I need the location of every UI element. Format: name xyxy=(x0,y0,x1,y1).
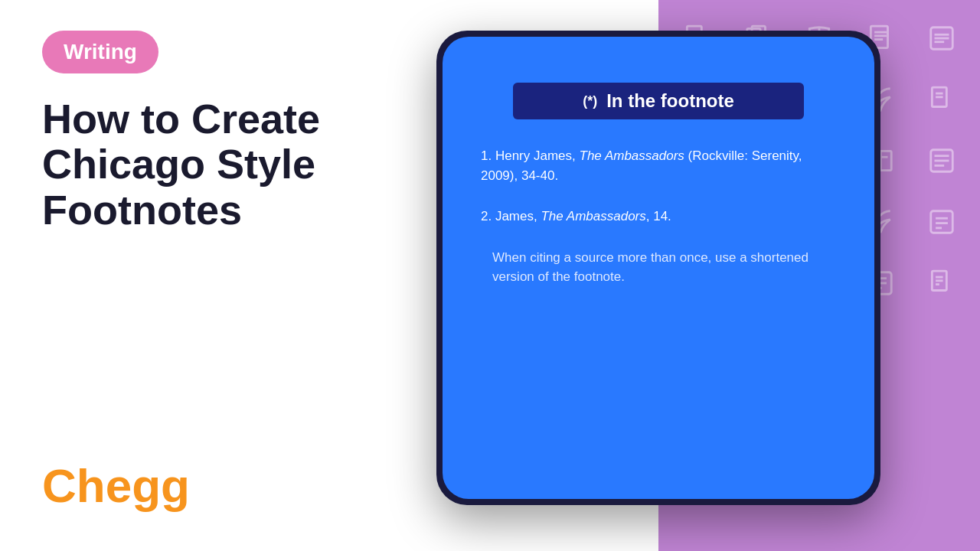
item2-number: 2. xyxy=(481,209,495,223)
chegg-logo-text: Chegg xyxy=(42,459,190,512)
doc6-icon xyxy=(923,264,961,302)
chegg-logo: Chegg xyxy=(42,458,406,513)
footnote-item-1: 1. Henry James, The Ambassadors (Rockvil… xyxy=(481,146,836,185)
writing-badge: Writing xyxy=(42,31,158,73)
asterisk-symbol: (*) xyxy=(583,93,597,109)
title-line3: Footnotes xyxy=(42,187,242,233)
tablet-outer: (*) In the footnote 1. Henry James, The … xyxy=(436,31,880,505)
left-panel: Writing How to Create Chicago Style Foot… xyxy=(0,0,444,551)
footnote-note: When citing a source more than once, use… xyxy=(481,248,836,287)
footnote-header: (*) In the footnote xyxy=(513,83,804,119)
item1-italic: The Ambassadors xyxy=(580,148,684,163)
writing-badge-text: Writing xyxy=(64,40,137,64)
footnote-content: 1. Henry James, The Ambassadors (Rockvil… xyxy=(481,146,836,287)
top-section: Writing How to Create Chicago Style Foot… xyxy=(42,31,406,233)
footnote-item-2: 2. James, The Ambassadors, 14. xyxy=(481,207,836,227)
title-line2: Chicago Style xyxy=(42,141,315,187)
lines2-icon xyxy=(923,142,961,180)
list2-icon xyxy=(923,203,961,241)
title-line1: How to Create xyxy=(42,96,320,142)
svg-rect-53 xyxy=(931,211,953,233)
tablet-wrapper: (*) In the footnote 1. Henry James, The … xyxy=(436,31,911,520)
tablet-inner: (*) In the footnote 1. Henry James, The … xyxy=(443,37,874,499)
footnote-header-label: In the footnote xyxy=(606,90,734,112)
main-title: How to Create Chicago Style Footnotes xyxy=(42,96,406,233)
lines-icon xyxy=(923,19,961,57)
item2-italic: The Ambassadors xyxy=(541,209,645,223)
doc3-icon xyxy=(923,80,961,119)
footnote-note-text: When citing a source more than once, use… xyxy=(492,250,808,285)
item1-number: 1. xyxy=(481,148,495,163)
